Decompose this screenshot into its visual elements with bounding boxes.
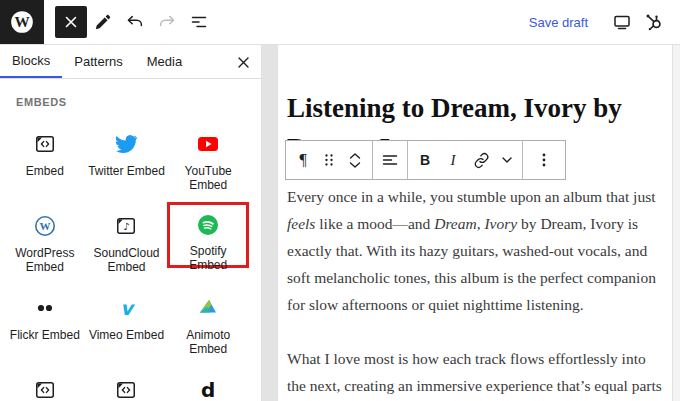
wordpress-logo-icon: W bbox=[9, 9, 35, 35]
list-view-icon bbox=[189, 12, 209, 32]
block-item-label: Embed bbox=[26, 164, 64, 178]
bold-button[interactable]: B bbox=[411, 141, 439, 179]
block-toolbar-group-align bbox=[372, 141, 407, 179]
block-item-dailymotion-embed[interactable]: d bbox=[167, 366, 249, 401]
block-item-label: Vimeo Embed bbox=[89, 328, 164, 342]
embed-generic-icon bbox=[33, 131, 57, 157]
soundcloud-icon: ♪ bbox=[114, 213, 138, 239]
undo-button[interactable] bbox=[119, 6, 151, 38]
vimeo-icon: v bbox=[120, 295, 132, 321]
drag-handle[interactable] bbox=[317, 141, 341, 179]
hubspot-sprocket-icon bbox=[643, 11, 665, 33]
tab-blocks[interactable]: Blocks bbox=[0, 45, 62, 78]
paragraph-block-1[interactable]: Every once in a while, you stumble upon … bbox=[287, 183, 668, 318]
block-item-label: Flickr Embed bbox=[10, 328, 80, 342]
block-item-vimeo-embed[interactable]: v Vimeo Embed bbox=[86, 284, 168, 362]
dailymotion-icon: d bbox=[201, 377, 215, 401]
undo-icon bbox=[125, 12, 145, 32]
svg-text:♪: ♪ bbox=[124, 221, 130, 232]
block-item-label: Spotify Embed bbox=[170, 244, 246, 272]
redo-button[interactable] bbox=[151, 6, 183, 38]
move-down-icon bbox=[348, 161, 362, 169]
post-title-line-1: Listening to Dream, Ivory by bbox=[287, 93, 622, 123]
kebab-menu-icon bbox=[536, 152, 552, 168]
link-button[interactable] bbox=[467, 141, 495, 179]
block-item-label: YouTube Embed bbox=[169, 164, 247, 192]
close-inserter-button[interactable] bbox=[231, 50, 255, 74]
block-item-twitter-embed[interactable]: Twitter Embed bbox=[86, 120, 168, 198]
preview-button[interactable] bbox=[606, 6, 638, 38]
text-align-button[interactable] bbox=[376, 141, 404, 179]
block-item-wordpress-embed[interactable]: W WordPress Embed bbox=[4, 202, 86, 280]
svg-text:W: W bbox=[14, 13, 29, 30]
block-item-spotify-embed[interactable]: Spotify Embed bbox=[167, 202, 249, 268]
inserter-tabs: Blocks Patterns Media bbox=[0, 45, 261, 79]
twitter-icon bbox=[115, 131, 137, 157]
tab-media[interactable]: Media bbox=[135, 45, 194, 78]
block-inserter-toggle-button[interactable] bbox=[55, 6, 87, 38]
move-up-icon bbox=[348, 152, 362, 160]
drag-dots-icon bbox=[320, 151, 338, 169]
wordpress-icon: W bbox=[33, 213, 57, 239]
paragraph-block-2[interactable]: What I love most is how each track flows… bbox=[287, 345, 668, 401]
youtube-icon bbox=[196, 131, 220, 157]
embed-blocks-grid: Embed Twitter Embed YouTube Embed bbox=[4, 120, 249, 401]
close-icon bbox=[64, 15, 78, 29]
editor-top-bar: W bbox=[0, 0, 680, 45]
wordpress-block-editor: W bbox=[0, 0, 680, 401]
block-item-label: SoundCloud Embed bbox=[87, 246, 165, 274]
block-item-label: WordPress Embed bbox=[6, 246, 84, 274]
block-item-soundcloud-embed[interactable]: ♪ SoundCloud Embed bbox=[86, 202, 168, 280]
block-mover[interactable] bbox=[341, 141, 369, 179]
list-view-button[interactable] bbox=[183, 6, 215, 38]
block-item-label: Animoto Embed bbox=[169, 328, 247, 356]
chevron-down-icon bbox=[500, 153, 514, 167]
block-item-label: Twitter Embed bbox=[88, 164, 165, 178]
block-item-flickr-embed[interactable]: Flickr Embed bbox=[4, 284, 86, 362]
save-draft-button[interactable]: Save draft bbox=[529, 15, 588, 30]
hubspot-plugin-button[interactable] bbox=[638, 6, 670, 38]
more-formats-button[interactable] bbox=[495, 141, 519, 179]
block-item-animoto-embed[interactable]: Animoto Embed bbox=[167, 284, 249, 362]
edit-mode-button[interactable] bbox=[87, 6, 119, 38]
block-inserter-panel: Blocks Patterns Media EMBEDS Embed bbox=[0, 45, 262, 401]
block-item-embed-row4-2[interactable] bbox=[86, 366, 168, 401]
italic-button[interactable]: I bbox=[439, 141, 467, 179]
spotify-icon bbox=[196, 213, 220, 237]
close-icon bbox=[237, 56, 250, 69]
embed-generic-icon bbox=[33, 377, 57, 401]
svg-text:W: W bbox=[39, 220, 50, 232]
pencil-icon bbox=[93, 12, 113, 32]
options-button[interactable] bbox=[526, 141, 562, 179]
block-item-embed-row4-1[interactable] bbox=[4, 366, 86, 401]
link-icon bbox=[472, 151, 491, 170]
wordpress-logo[interactable]: W bbox=[0, 0, 44, 44]
paragraph-block-type-button[interactable]: ¶ bbox=[289, 141, 317, 179]
block-item-embed[interactable]: Embed bbox=[4, 120, 86, 198]
block-toolbar: ¶ bbox=[285, 140, 566, 180]
animoto-icon bbox=[196, 295, 220, 321]
embeds-section-title: EMBEDS bbox=[16, 96, 261, 108]
preview-monitor-icon bbox=[611, 11, 633, 33]
vertical-scrollbar[interactable] bbox=[672, 45, 680, 401]
block-toolbar-group-block: ¶ bbox=[286, 141, 372, 179]
tab-patterns[interactable]: Patterns bbox=[62, 45, 134, 78]
align-left-icon bbox=[381, 151, 399, 169]
flickr-icon bbox=[33, 295, 57, 321]
block-toolbar-group-options bbox=[522, 141, 565, 179]
block-item-youtube-embed[interactable]: YouTube Embed bbox=[167, 120, 249, 198]
post-content: Listening to Dream, Ivory byDream, Ivory… bbox=[287, 88, 668, 401]
redo-icon bbox=[157, 12, 177, 32]
embed-generic-icon bbox=[114, 377, 138, 401]
block-toolbar-group-format: B I bbox=[407, 141, 522, 179]
